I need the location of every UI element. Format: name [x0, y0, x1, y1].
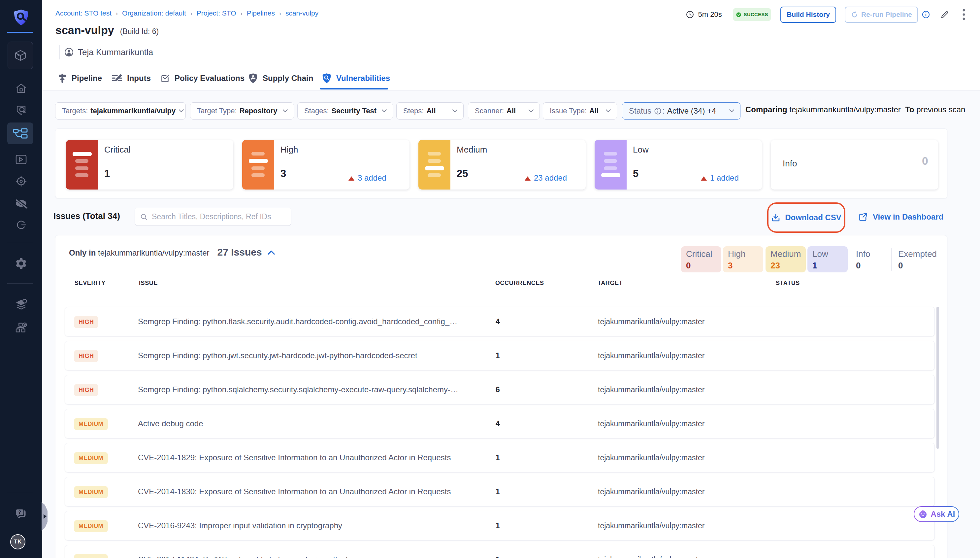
svg-text:?: ?: [18, 509, 21, 515]
